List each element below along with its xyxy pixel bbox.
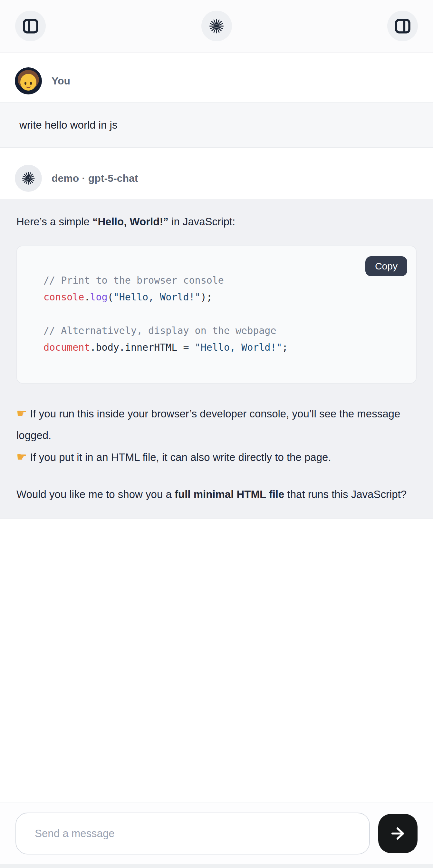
tip-line: ☛ If you put it in an HTML file, it can … <box>16 446 417 468</box>
code-line <box>43 306 403 322</box>
sidebar-left-toggle-button[interactable] <box>15 11 46 41</box>
code-line: // Print to the browser console <box>43 272 403 289</box>
spark-icon <box>22 172 35 185</box>
code-content: // Print to the browser consoleconsole.l… <box>17 246 416 383</box>
user-message-text: write hello world in js <box>19 119 117 131</box>
spark-icon <box>209 19 224 34</box>
code-line: // Alternatively, display on the webpage <box>43 322 403 339</box>
user-message-header: You <box>0 67 433 94</box>
copy-code-button[interactable]: Copy <box>365 256 407 276</box>
assistant-closing-text: Would you like me to show you a full min… <box>16 484 417 505</box>
top-bar <box>0 0 433 53</box>
user-sender-label: You <box>52 75 70 87</box>
send-button[interactable] <box>378 814 418 853</box>
panel-left-icon <box>22 18 39 34</box>
pointing-hand-emoji: ☛ <box>16 407 27 420</box>
assistant-message-body: Here’s a simple “Hello, World!” in JavaS… <box>0 199 433 519</box>
code-block: Copy // Print to the browser consolecons… <box>16 246 417 383</box>
assistant-sender-label: demo · gpt-5-chat <box>52 173 138 184</box>
chat-empty-space <box>0 519 433 803</box>
code-line: console.log("Hello, World!"); <box>43 289 403 306</box>
code-line: document.body.innerHTML = "Hello, World!… <box>43 339 403 356</box>
message-input[interactable] <box>15 812 370 855</box>
avatar-eye <box>25 82 26 85</box>
sidebar-right-toggle-button[interactable] <box>387 11 418 41</box>
composer-bar <box>0 803 433 864</box>
assistant-intro-text: Here’s a simple “Hello, World!” in JavaS… <box>16 211 417 232</box>
arrow-right-icon <box>389 825 407 842</box>
bottom-edge-strip <box>0 864 433 868</box>
panel-right-icon <box>394 18 411 34</box>
user-message-bubble: write hello world in js <box>0 102 433 148</box>
assistant-avatar <box>15 165 42 192</box>
avatar-eye <box>30 82 32 85</box>
pointing-hand-emoji: ☛ <box>16 450 27 464</box>
tip-line: ☛ If you run this inside your browser’s … <box>16 403 417 446</box>
model-home-button[interactable] <box>201 11 232 41</box>
user-avatar <box>15 67 42 94</box>
assistant-message-header: demo · gpt-5-chat <box>0 165 433 192</box>
assistant-tips-text: ☛ If you run this inside your browser’s … <box>16 403 417 468</box>
